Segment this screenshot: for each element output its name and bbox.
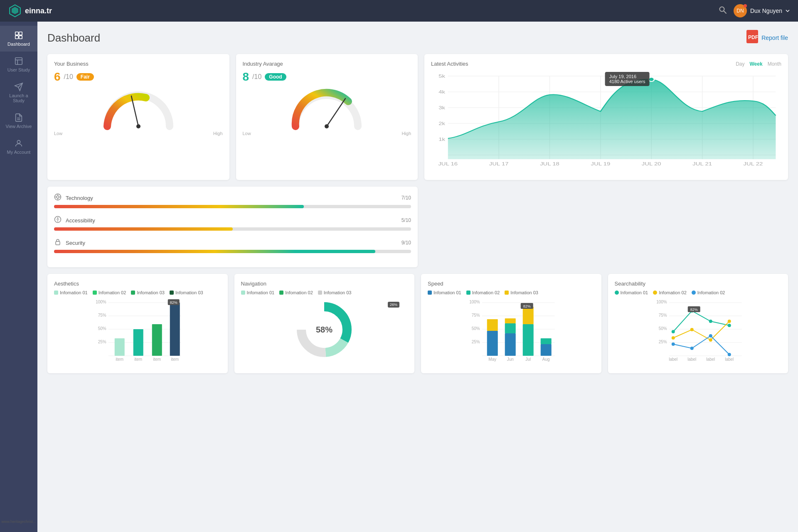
svg-text:1k: 1k [438, 137, 445, 142]
navigation-legend: Infomation 01 Infomation 02 Infomation 0… [241, 290, 408, 295]
svg-text:Jun: Jun [507, 357, 514, 362]
area-chart: 5k 4k 3k 2k 1k JUL 16 JUL 17 JUL 18 JUL … [431, 72, 781, 173]
aesthetics-chart-svg: 100% 75% 50% 25% [54, 298, 221, 365]
svg-rect-92 [505, 318, 516, 323]
sidebar-item-dashboard[interactable]: Dashboard [0, 26, 37, 52]
legend-item: Infomation 02 [692, 290, 725, 295]
svg-rect-90 [505, 333, 516, 356]
searchability-chart-svg: 100% 75% 50% 25% [615, 298, 782, 365]
legend-item: Infomation 02 [279, 290, 313, 295]
security-progress-bg [54, 250, 411, 253]
svg-point-114 [709, 320, 712, 323]
svg-line-20 [327, 99, 345, 126]
svg-text:item: item [171, 357, 179, 362]
logo-area: einna.tr [8, 4, 52, 17]
your-business-number: 6 [54, 70, 61, 84]
your-business-title: Your Business [54, 61, 223, 67]
search-icon[interactable] [719, 6, 727, 16]
speed-chart-svg: 100% 75% 50% 25% [428, 298, 595, 365]
sidebar-item-view-archive[interactable]: View Archive [0, 108, 37, 134]
svg-rect-68 [170, 303, 180, 356]
legend-item: Infomation 03 [131, 290, 165, 295]
accessibility-progress-fill [54, 227, 233, 231]
metrics-card: Technology 7/10 Accessibility 5/10 [47, 187, 418, 267]
svg-marker-1 [12, 7, 18, 14]
tab-day[interactable]: Day [736, 61, 744, 67]
report-file-button[interactable]: PDF Report file [746, 30, 788, 46]
svg-text:JUL 20: JUL 20 [642, 161, 661, 167]
svg-text:50%: 50% [658, 326, 667, 331]
security-label: Security [66, 240, 397, 246]
legend-item: Infomation 01 [615, 290, 648, 295]
topbar: einna.tr DN Dux Nguyen [0, 0, 798, 22]
pdf-icon: PDF [746, 30, 758, 46]
sidebar-copyright: www.heritagechrist... [1, 520, 36, 532]
speed-title: Speed [428, 281, 595, 287]
svg-point-121 [690, 347, 693, 350]
searchability-legend: Infomation 01 Infomation 02 Infomation 0… [615, 290, 782, 295]
legend-item: Infomation 01 [241, 290, 275, 295]
svg-text:75%: 75% [98, 313, 106, 318]
svg-point-54 [57, 217, 59, 219]
industry-average-badge: Good [265, 73, 286, 81]
svg-text:75%: 75% [658, 313, 667, 318]
svg-text:Aug: Aug [542, 357, 550, 362]
tab-month[interactable]: Month [768, 61, 781, 67]
legend-item: Infomation 03 [170, 290, 203, 295]
industry-average-gauge [287, 87, 366, 133]
svg-rect-7 [19, 36, 22, 39]
svg-rect-89 [487, 319, 498, 331]
sidebar-item-my-account[interactable]: My Account [0, 134, 37, 160]
security-progress-fill [54, 250, 375, 253]
svg-text:82%: 82% [523, 304, 531, 308]
topbar-right: DN Dux Nguyen [719, 4, 790, 17]
sidebar-item-launch-study[interactable]: Launch a Study [0, 77, 37, 108]
searchability-title: Searchability [615, 281, 782, 287]
svg-rect-8 [15, 58, 22, 65]
user-info[interactable]: DN Dux Nguyen [734, 4, 790, 17]
svg-point-119 [727, 320, 731, 323]
svg-text:JUL 18: JUL 18 [540, 161, 559, 167]
industry-average-denom: /10 [252, 73, 261, 81]
svg-text:label: label [669, 357, 677, 362]
svg-point-112 [671, 330, 675, 333]
your-business-card: Your Business 6 /10 Fair [47, 54, 229, 180]
svg-point-123 [727, 353, 731, 356]
latest-activities-card: Latest Activities Day Week Month [424, 54, 788, 180]
metric-accessibility: Accessibility 5/10 [54, 216, 411, 231]
user-name: Dux Nguyen [750, 7, 782, 14]
svg-point-15 [17, 140, 20, 143]
svg-text:100%: 100% [656, 300, 667, 304]
svg-text:item: item [134, 357, 142, 362]
metric-security: Security 9/10 [54, 238, 411, 253]
svg-text:label: label [725, 357, 734, 362]
spacer [424, 187, 788, 267]
svg-rect-4 [15, 32, 18, 35]
technology-progress-fill [54, 205, 304, 208]
svg-rect-91 [505, 323, 516, 333]
your-business-badge: Fair [76, 73, 94, 81]
svg-point-116 [671, 336, 675, 340]
svg-text:50%: 50% [98, 326, 106, 331]
legend-item: Infomation 01 [54, 290, 88, 295]
donut-top-label: 26% [388, 302, 399, 308]
technology-icon [54, 193, 62, 202]
svg-text:item: item [153, 357, 161, 362]
legend-item: Infomation 01 [428, 290, 461, 295]
sidebar-item-label: Launch a Study [3, 93, 34, 103]
layout: Dashboard User Study Launch a Study View… [0, 22, 798, 532]
navigation-card: Navigation Infomation 01 Infomation 02 I… [234, 274, 415, 373]
legend-item: Infomation 02 [466, 290, 500, 295]
tab-week[interactable]: Week [750, 61, 763, 67]
area-chart-svg: 5k 4k 3k 2k 1k JUL 16 JUL 17 JUL 18 JUL … [431, 72, 781, 172]
legend-item: Infomation 02 [93, 290, 126, 295]
legend-item: Infomation 03 [318, 290, 352, 295]
top-row: Your Business 6 /10 Fair [47, 54, 788, 180]
your-business-gauge [99, 87, 178, 133]
svg-point-122 [709, 334, 712, 337]
middle-row: Technology 7/10 Accessibility 5/10 [47, 187, 788, 267]
svg-rect-65 [115, 338, 125, 356]
svg-text:25%: 25% [472, 340, 480, 344]
speed-legend: Infomation 01 Infomation 02 Infomation 0… [428, 290, 595, 295]
sidebar-item-user-study[interactable]: User Study [0, 52, 37, 77]
